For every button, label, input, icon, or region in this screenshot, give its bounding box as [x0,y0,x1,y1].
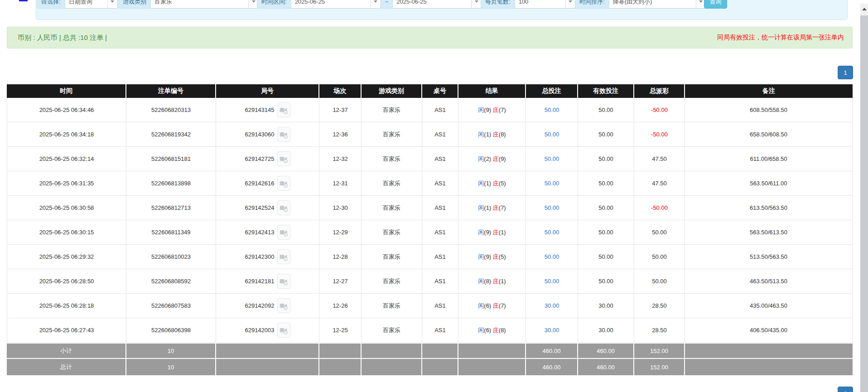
result-banker-score: (8) [499,327,506,334]
video-replay-button[interactable] [277,249,290,264]
cell-valid-bet: 50.00 [578,245,634,269]
grand-total-valid-bet: 460.00 [578,359,634,375]
video-camera-icon [279,130,288,139]
video-replay-button[interactable] [277,323,290,338]
cell-total-bet[interactable]: 30.00 [526,318,578,343]
filter-select-group: 筛选择: 日期查询 [37,0,118,9]
table-row: 2025-06-25 06:34:46 522606820313 6291431… [7,98,853,122]
scrollbar-up-arrow-icon[interactable] [860,5,868,14]
cell-valid-bet: 50.00 [578,196,634,220]
cell-result: 闲(6) 庄(7) [458,294,526,318]
cell-game-type: 百家乐 [362,147,422,171]
subtotal-count: 10 [126,343,216,359]
cell-table: AS1 [422,98,458,122]
filter-type-select[interactable]: 日期查询 [65,0,118,9]
pagination-page-1-top[interactable]: 1 [838,66,853,79]
scrollbar-thumb[interactable] [860,15,868,392]
cell-round: 629143060 [216,122,319,147]
cell-round: 629142003 [216,318,319,343]
video-camera-icon [279,106,288,115]
date-to-input[interactable]: 2025-06-25 [393,0,482,9]
cell-session: 12-29 [319,220,362,245]
page-size-select[interactable]: 100 [515,0,576,9]
cell-valid-bet: 50.00 [578,147,634,171]
cell-valid-bet: 30.00 [578,294,634,318]
cell-total-bet[interactable]: 50.00 [526,147,578,171]
cell-total-bet[interactable]: 50.00 [526,171,578,196]
subtotal-label: 小计 [7,343,126,359]
cell-remark: 658.50/608.50 [685,122,853,147]
video-replay-button[interactable] [277,225,290,240]
cell-total-bet[interactable]: 30.00 [526,294,578,318]
filter-type-value: 日期查询 [65,0,107,6]
table-row: 2025-06-25 06:34:18 522606819342 6291430… [7,122,853,147]
search-button[interactable]: 查询 [704,0,727,9]
cell-time: 2025-06-25 06:27:43 [7,318,126,343]
header-round: 局号 [216,84,319,98]
round-number: 629142616 [245,180,274,187]
result-banker-score: (8) [499,131,506,138]
clipped-top-link[interactable] [19,0,28,1]
cell-result: 闲(1) 庄(8) [458,122,526,147]
cell-bet-number: 522606819342 [126,122,216,147]
cell-total-bet[interactable]: 50.00 [526,245,578,269]
cell-result: 闲(9) 庄(1) [458,220,526,245]
cell-table: AS1 [422,147,458,171]
video-replay-button[interactable] [277,176,290,191]
video-replay-button[interactable] [277,151,290,166]
cell-payout: 47.50 [634,171,685,196]
cell-round: 629142092 [216,294,319,318]
cell-table: AS1 [422,245,458,269]
header-remark: 备注 [685,84,853,98]
cell-total-bet[interactable]: 50.00 [526,220,578,245]
cell-total-bet[interactable]: 50.00 [526,98,578,122]
video-replay-button[interactable] [277,127,290,142]
cell-session: 12-36 [319,122,362,147]
table-row: 2025-06-25 06:31:35 522606813898 6291426… [7,171,853,196]
date-from-value: 2025-06-25 [291,0,371,5]
result-player-score: (1) [484,131,491,138]
result-banker-score: (9) [499,155,506,162]
subtotal-valid-bet: 460.00 [578,343,634,359]
cell-time: 2025-06-25 06:30:58 [7,196,126,220]
cell-session: 12-37 [319,98,362,122]
cell-bet-number: 522606807583 [126,294,216,318]
cell-total-bet[interactable]: 50.00 [526,196,578,220]
cell-total-bet[interactable]: 50.00 [526,269,578,294]
cell-session: 12-31 [319,171,362,196]
cell-result: 闲(9) 庄(5) [458,245,526,269]
result-player-score: (9) [484,253,491,260]
video-replay-button[interactable] [277,200,290,215]
cell-remark: 435.00/463.50 [685,294,853,318]
cell-round: 629142181 [216,269,319,294]
result-banker-label: 庄 [493,302,499,309]
page-size-group: 每页笔数: 100 [481,0,576,9]
cell-table: AS1 [422,122,458,147]
table-row: 2025-06-25 06:32:14 522606815181 6291427… [7,147,853,171]
result-player-label: 闲 [478,229,484,236]
sort-label: 时间排序: [575,0,609,9]
cell-valid-bet: 30.00 [578,318,634,343]
pagination-page-1-bottom[interactable]: 1 [838,387,853,392]
header-result: 结果 [458,84,526,98]
bet-records-table: 时间 注单编号 局号 场次 游戏类别 桌号 结果 总投注 有效投注 总派彩 备注… [7,84,853,375]
game-type-select[interactable]: 百家乐 [151,0,259,9]
cell-payout: 50.00 [634,220,685,245]
cell-result: 闲(6) 庄(8) [458,318,526,343]
cell-time: 2025-06-25 06:32:14 [7,147,126,171]
summary-bar: 币别 : 人民币 | 总共 :10 注单 | 同局有效投注，统一计算在该局第一张… [7,27,853,48]
cell-game-type: 百家乐 [362,171,422,196]
cell-payout: 28.50 [634,318,685,343]
video-camera-icon [279,326,288,335]
cell-time: 2025-06-25 06:30:15 [7,220,126,245]
cell-total-bet[interactable]: 50.00 [526,122,578,147]
cell-session: 12-30 [319,196,362,220]
result-banker-score: (5) [499,180,506,187]
date-from-input[interactable]: 2025-06-25 [291,0,381,9]
video-replay-button[interactable] [277,102,290,117]
video-replay-button[interactable] [277,298,290,313]
cell-payout: 47.50 [634,147,685,171]
cell-result: 闲(9) 庄(7) [458,98,526,122]
sort-select[interactable]: 降幂(由大到小) [609,0,706,9]
video-replay-button[interactable] [277,274,290,289]
